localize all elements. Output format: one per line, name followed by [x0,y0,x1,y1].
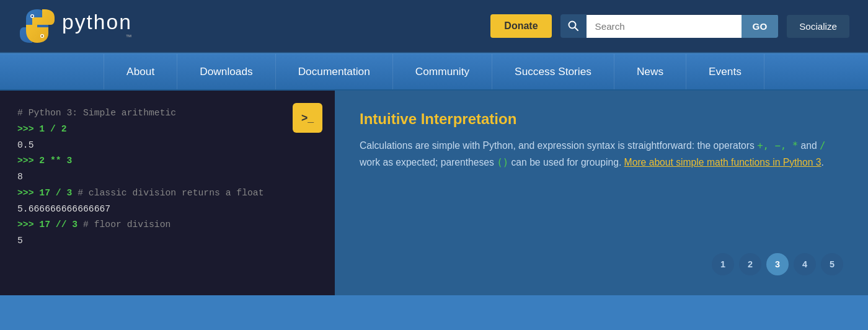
search-area: GO [560,14,779,38]
main-content: >_ # Python 3: Simple arithmetic >>> 1 /… [0,91,868,295]
search-input[interactable] [587,15,742,38]
code-line-3: 0.5 [17,138,317,154]
code-line-8: >>> 17 // 3 # floor division [17,217,317,233]
python-logo-icon [19,7,56,45]
code-line-6: >>> 17 / 3 # classic division returns a … [17,185,317,202]
nav-item-documentation[interactable]: Documentation [276,54,393,89]
search-icon-button[interactable] [560,14,587,38]
nav-item-downloads[interactable]: Downloads [177,54,275,89]
terminal-button[interactable]: >_ [293,103,322,133]
info-description: Calculations are simple with Python, and… [360,138,843,171]
site-name: python [62,12,132,33]
code-panel: >_ # Python 3: Simple arithmetic >>> 1 /… [0,91,335,295]
code-line-1: # Python 3: Simple arithmetic [17,105,317,122]
code-prompt-1: >>> 1 / 2 [17,124,67,134]
code-prompt-4: >>> 17 // 3 [17,220,78,230]
code-comment-1: # Python 3: Simple arithmetic [17,108,176,118]
header-actions: Donate GO Socialize [490,14,849,38]
nav-item-news[interactable]: News [614,54,686,89]
code-output-2: 8 [17,172,23,182]
nav-item-success-stories[interactable]: Success Stories [492,54,614,89]
code-output-3: 5.666666666666667 [17,204,110,214]
code-line-5: 8 [17,169,317,185]
page-button-2[interactable]: 2 [739,253,761,275]
more-info-link[interactable]: More about simple math functions in Pyth… [624,157,822,167]
operator-parens: () [497,156,508,168]
code-block: # Python 3: Simple arithmetic >>> 1 / 2 … [17,105,317,249]
page-button-1[interactable]: 1 [712,253,734,275]
info-panel: Intuitive Interpretation Calculations ar… [335,91,868,295]
info-content: Intuitive Interpretation Calculations ar… [360,110,843,171]
header: python ™ Donate GO Socialize [0,0,868,53]
code-line-7: 5.666666666666667 [17,202,317,218]
main-nav: About Downloads Documentation Community … [0,53,868,91]
code-comment-3: # floor division [83,220,170,230]
page-button-4[interactable]: 4 [794,253,816,275]
nav-item-events[interactable]: Events [686,54,764,89]
operator-list: +, −, * [757,140,798,151]
code-prompt-3: >>> 17 / 3 [17,188,72,198]
svg-line-5 [575,27,578,30]
code-line-4: >>> 2 ** 3 [17,153,317,169]
logo-text-area: python ™ [62,12,132,41]
go-button[interactable]: GO [742,15,779,38]
code-line-9: 5 [17,233,317,249]
nav-item-about[interactable]: About [104,54,177,89]
info-title: Intuitive Interpretation [360,110,843,128]
donate-button[interactable]: Donate [490,14,551,38]
logo-area: python ™ [19,7,132,45]
page-button-5[interactable]: 5 [821,253,843,275]
operator-slash: / [820,140,825,151]
code-output-4: 5 [17,236,23,246]
pagination: 1 2 3 4 5 [360,253,843,275]
code-prompt-2: >>> 2 ** 3 [17,156,72,166]
page-button-3[interactable]: 3 [766,253,789,275]
code-comment-2: # classic division returns a float [78,188,264,198]
nav-item-community[interactable]: Community [393,54,492,89]
svg-point-3 [42,35,43,37]
svg-point-1 [32,16,33,17]
search-icon [568,20,579,32]
code-output-1: 0.5 [17,140,34,150]
socialize-button[interactable]: Socialize [787,15,849,38]
code-line-2: >>> 1 / 2 [17,122,317,138]
terminal-icon: >_ [301,112,314,125]
trademark-symbol: ™ [62,33,132,40]
